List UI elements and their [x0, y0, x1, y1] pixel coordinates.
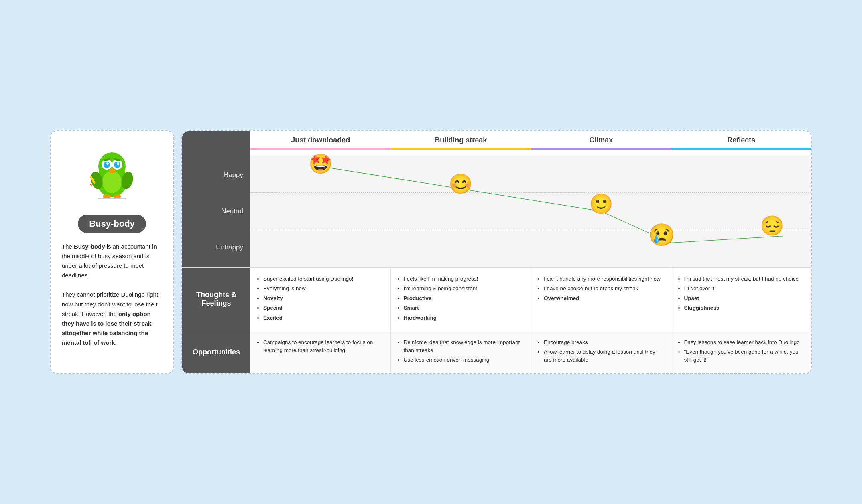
phase-headers: Just downloaded Building streak Climax R…: [250, 131, 811, 155]
thoughts-header: Thoughts & Feelings: [182, 268, 250, 331]
svg-point-5: [104, 162, 110, 168]
owl-container: [80, 143, 144, 207]
persona-name: Busy-body: [78, 215, 146, 233]
phase-header-2: Climax: [531, 131, 671, 155]
thoughts-cell-2: I can't handle any more responsibilities…: [531, 268, 671, 331]
emotion-graph-area: 🤩 😊 🙂 😢 😔: [250, 155, 811, 267]
svg-point-6: [114, 162, 120, 168]
left-panel: Busy-body The Busy-body is an accountant…: [50, 130, 174, 374]
svg-point-17: [113, 194, 121, 198]
emotion-row: Happy Neutral Unhappy: [182, 155, 811, 268]
opportunities-header: Opportunities: [182, 331, 250, 373]
emoji-1: 😊: [449, 174, 473, 194]
svg-point-7: [106, 162, 109, 165]
emoji-3: 😢: [648, 224, 675, 245]
thoughts-row: Thoughts & Feelings Super excited to sta…: [182, 268, 811, 331]
opp-cell-0: Campaigns to encourage learners to focus…: [250, 331, 391, 373]
opportunities-row: Opportunities Campaigns to encourage lea…: [182, 331, 811, 373]
opportunities-cells: Campaigns to encourage learners to focus…: [250, 331, 811, 373]
persona-description: The Busy-body is an accountant in the mi…: [62, 242, 162, 348]
thoughts-cell-0: Super excited to start using Duolingo! E…: [250, 268, 391, 331]
svg-point-9: [109, 168, 115, 173]
phase-header-3: Reflects: [671, 131, 812, 155]
outer-container: Busy-body The Busy-body is an accountant…: [50, 130, 812, 374]
right-panel: Just downloaded Building streak Climax R…: [181, 130, 812, 374]
svg-point-8: [117, 162, 119, 165]
opp-cell-3: Easy lessons to ease learner back into D…: [671, 331, 812, 373]
emoji-0: 🤩: [309, 154, 333, 174]
emoji-2: 🙂: [589, 194, 613, 214]
emotion-neutral: Neutral: [182, 207, 250, 215]
emotion-labels-col: Happy Neutral Unhappy: [182, 155, 250, 267]
thoughts-cells: Super excited to start using Duolingo! E…: [250, 268, 811, 331]
phase-header-0: Just downloaded: [250, 131, 391, 155]
emotion-happy: Happy: [182, 159, 250, 179]
thoughts-cell-3: I'm sad that I lost my streak, but I had…: [671, 268, 812, 331]
emotion-unhappy: Unhappy: [182, 243, 250, 263]
opp-cell-2: Encourage breaks Allow learner to delay …: [531, 331, 671, 373]
svg-point-2: [102, 171, 122, 193]
svg-point-16: [103, 194, 111, 198]
duolingo-owl-icon: [86, 149, 138, 201]
header-row: Just downloaded Building streak Climax R…: [182, 131, 811, 155]
svg-rect-18: [98, 198, 126, 199]
emotion-graph-svg: [250, 155, 811, 267]
phase-header-1: Building streak: [391, 131, 531, 155]
emoji-4: 😔: [760, 216, 784, 235]
thoughts-cell-1: Feels like I'm making progress! I'm lear…: [391, 268, 531, 331]
opp-cell-1: Reinforce idea that knowledge is more im…: [391, 331, 531, 373]
header-label-cell: [182, 131, 250, 155]
